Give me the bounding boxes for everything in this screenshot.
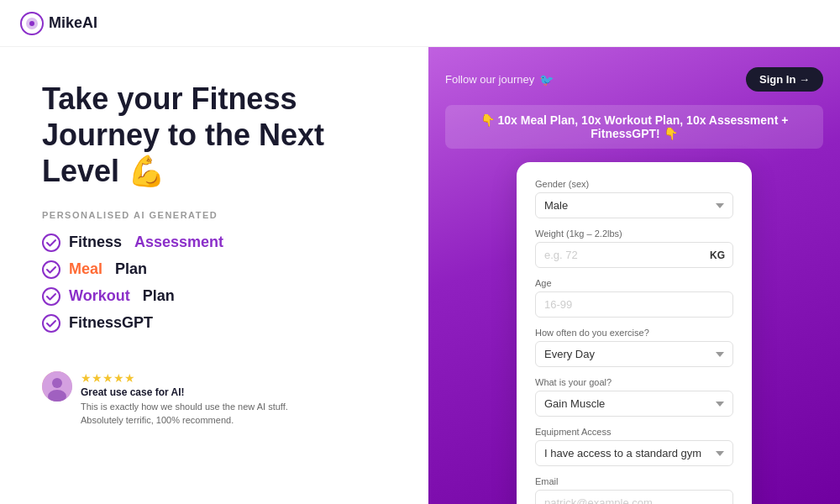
check-icon-assessment bbox=[42, 234, 60, 252]
gender-label: Gender (sex) bbox=[535, 179, 733, 189]
goal-label: What is your goal? bbox=[535, 377, 733, 387]
logo-text: MikeAI bbox=[49, 14, 97, 32]
promo-banner: 👇 10x Meal Plan, 10x Workout Plan, 10x A… bbox=[445, 105, 823, 149]
goal-select[interactable]: Gain Muscle Lose Weight Maintain Improve… bbox=[535, 391, 733, 417]
svg-point-6 bbox=[43, 315, 60, 332]
follow-journey: Follow our journey 🐦 bbox=[445, 73, 554, 87]
svg-point-3 bbox=[43, 234, 60, 251]
feature-meal-highlight: Meal bbox=[69, 260, 102, 278]
check-icon-fitnessgpt bbox=[42, 314, 60, 333]
gender-select[interactable]: Male Female Other bbox=[535, 192, 733, 218]
feature-fitnessgpt-text: FitnessGPT bbox=[69, 314, 153, 332]
testimonial-stars: ★★★★★ bbox=[81, 371, 288, 385]
feature-workout-rest: Plan bbox=[139, 287, 175, 305]
avatar bbox=[42, 371, 72, 402]
age-row: Age bbox=[535, 278, 733, 318]
weight-row: Weight (1kg – 2.2lbs) KG bbox=[535, 228, 733, 268]
feature-workout: Workout Plan bbox=[42, 287, 386, 306]
logo: MikeAI bbox=[20, 12, 97, 35]
follow-journey-text: Follow our journey bbox=[445, 73, 534, 86]
personalised-label: PERSONALISED AI GENERATED bbox=[42, 210, 386, 220]
testimonial-content: ★★★★★ Great use case for AI! This is exa… bbox=[81, 371, 288, 428]
feature-meal-rest: Plan bbox=[111, 260, 147, 278]
testimonial: ★★★★★ Great use case for AI! This is exa… bbox=[42, 371, 386, 428]
weight-input[interactable] bbox=[535, 242, 733, 268]
gender-row: Gender (sex) Male Female Other bbox=[535, 179, 733, 218]
weight-label: Weight (1kg – 2.2lbs) bbox=[535, 228, 733, 239]
age-input[interactable] bbox=[535, 291, 733, 318]
testimonial-text: This is exactly how we should use the ne… bbox=[81, 400, 288, 428]
sign-in-button[interactable]: Sign In → bbox=[746, 67, 823, 92]
right-header: Follow our journey 🐦 Sign In → bbox=[445, 67, 823, 92]
features-list: Fitness Assessment Meal Plan Workout Pla… bbox=[42, 234, 386, 341]
goal-row: What is your goal? Gain Muscle Lose Weig… bbox=[535, 377, 733, 417]
svg-point-2 bbox=[29, 21, 34, 26]
exercise-row: How often do you exercise? Every Day 3-4… bbox=[535, 328, 733, 367]
hero-title: Take your Fitness Journey to the Next Le… bbox=[42, 81, 386, 190]
twitter-icon: 🐦 bbox=[539, 73, 554, 87]
form-card: Gender (sex) Male Female Other Weight (1… bbox=[517, 162, 752, 504]
feature-fitnessgpt: FitnessGPT bbox=[42, 314, 386, 333]
check-icon-workout bbox=[42, 287, 60, 306]
check-icon-meal bbox=[42, 260, 60, 279]
equipment-row: Equipment Access I have access to a stan… bbox=[535, 427, 733, 466]
avatar-image bbox=[42, 371, 72, 402]
feature-assessment-highlight: Assessment bbox=[134, 234, 223, 251]
exercise-label: How often do you exercise? bbox=[535, 328, 733, 338]
feature-assessment: Fitness Assessment bbox=[42, 234, 386, 252]
svg-point-5 bbox=[43, 288, 60, 305]
exercise-select[interactable]: Every Day 3-4x per week 1-2x per week Ra… bbox=[535, 341, 733, 367]
testimonial-author: Great use case for AI! bbox=[81, 386, 288, 398]
main-layout: Take your Fitness Journey to the Next Le… bbox=[0, 47, 840, 504]
header: MikeAI bbox=[0, 0, 840, 47]
email-row: Email bbox=[535, 476, 733, 504]
right-panel: Follow our journey 🐦 Sign In → 👇 10x Mea… bbox=[428, 47, 840, 504]
svg-point-4 bbox=[43, 261, 60, 278]
equipment-label: Equipment Access bbox=[535, 427, 733, 437]
feature-workout-highlight: Workout bbox=[69, 287, 130, 305]
equipment-select[interactable]: I have access to a standard gym Home gym… bbox=[535, 440, 733, 466]
feature-assessment-text1: Fitness bbox=[69, 234, 126, 251]
svg-point-8 bbox=[52, 378, 62, 388]
left-panel: Take your Fitness Journey to the Next Le… bbox=[0, 47, 428, 504]
feature-meal: Meal Plan bbox=[42, 260, 386, 279]
logo-icon bbox=[20, 12, 44, 35]
weight-unit: KG bbox=[710, 249, 725, 261]
email-input[interactable] bbox=[535, 490, 733, 504]
weight-input-wrapper: KG bbox=[535, 242, 733, 268]
age-label: Age bbox=[535, 278, 733, 288]
email-label: Email bbox=[535, 476, 733, 486]
